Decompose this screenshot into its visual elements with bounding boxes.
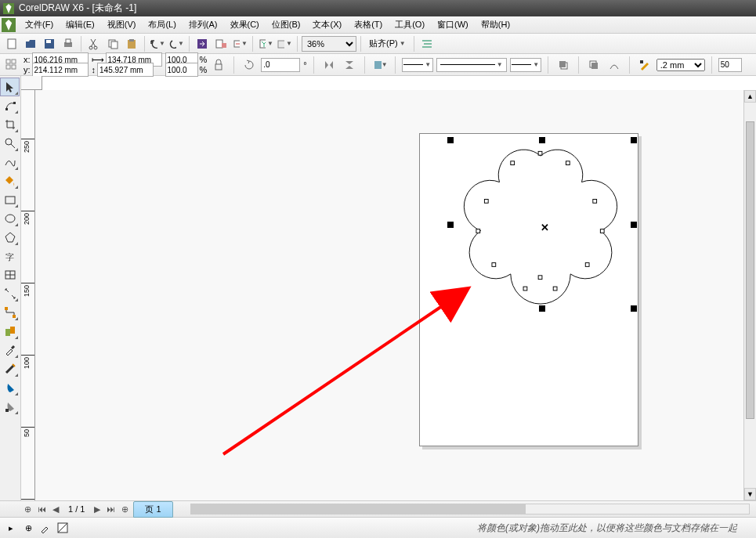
snap-button[interactable]: 贴齐(P)▼ (365, 35, 410, 52)
menu-table[interactable]: 表格(T) (348, 16, 389, 33)
text-tool[interactable]: 字 (0, 247, 20, 265)
outline-width-select[interactable]: .2 mm (657, 59, 705, 71)
menu-bitmap[interactable]: 位图(B) (266, 16, 307, 33)
import-button[interactable] (194, 35, 211, 52)
menu-arrange[interactable]: 排列(A) (183, 16, 224, 33)
handle-sw[interactable] (447, 305, 454, 312)
new-button[interactable] (3, 35, 20, 52)
menu-help[interactable]: 帮助(H) (475, 16, 516, 33)
smart-fill-tool[interactable] (0, 172, 20, 190)
svg-rect-44 (585, 263, 589, 267)
to-front-button[interactable] (555, 56, 572, 74)
menu-edit[interactable]: 编辑(E) (60, 16, 101, 33)
handle-w[interactable] (447, 222, 454, 228)
cut-button[interactable] (85, 35, 103, 52)
mirror-v-button[interactable] (341, 56, 358, 74)
percent-label: % (200, 65, 208, 74)
status-plus-button[interactable]: ⊕ (20, 520, 36, 536)
export-button[interactable] (212, 35, 230, 52)
rectangle-tool[interactable] (0, 190, 20, 209)
hscroll-thumb[interactable] (191, 504, 526, 514)
page-first-button[interactable]: ⏮ (34, 504, 49, 514)
scroll-thumb[interactable] (746, 121, 754, 419)
vertical-scrollbar[interactable]: ▲ ▼ (743, 90, 756, 500)
handle-nw[interactable] (447, 137, 454, 143)
line-start-combo[interactable]: ▼ (402, 58, 433, 72)
mirror-h-button[interactable] (320, 56, 338, 74)
publish-button[interactable]: ▼ (231, 35, 248, 52)
menu-window[interactable]: 窗口(W) (431, 16, 475, 33)
svg-rect-35 (5, 307, 8, 310)
y-label: y: (24, 65, 31, 74)
status-play-button[interactable]: ▸ (3, 520, 19, 536)
page-last-button[interactable]: ⏭ (103, 504, 118, 514)
ellipse-tool[interactable] (0, 209, 20, 228)
ruler-corner[interactable] (21, 76, 42, 90)
interactive-tool[interactable] (0, 322, 20, 341)
fill-tool[interactable] (0, 378, 20, 397)
open-button[interactable] (22, 35, 39, 52)
outline-tool[interactable] (0, 359, 20, 378)
welcome-button[interactable]: ▼ (276, 35, 293, 52)
to-back-button[interactable] (585, 56, 602, 74)
canvas[interactable]: ✕ ▲ ▼ (35, 90, 756, 500)
line-style-combo[interactable]: ▼ (436, 58, 507, 72)
scroll-up-button[interactable]: ▲ (744, 90, 756, 103)
page-tab[interactable]: 页 1 (133, 501, 172, 518)
copy-button[interactable] (104, 35, 121, 52)
status-eyedropper-button[interactable] (38, 520, 53, 536)
crop-tool[interactable] (0, 115, 20, 134)
eyedropper-tool[interactable] (0, 341, 20, 359)
save-button[interactable] (41, 35, 58, 52)
polygon-tool[interactable] (0, 228, 20, 247)
print-button[interactable] (60, 35, 77, 52)
menu-effects[interactable]: 效果(C) (224, 16, 266, 33)
page-prev-button[interactable]: ◀ (49, 504, 62, 515)
handle-se[interactable] (631, 305, 637, 312)
page-next-button[interactable]: ▶ (91, 504, 103, 515)
interactive-fill-tool[interactable] (0, 397, 20, 416)
connector-tool[interactable] (0, 303, 20, 322)
svg-rect-41 (566, 161, 570, 165)
undo-button[interactable]: ▼ (149, 35, 166, 52)
scale-y-input[interactable] (165, 63, 198, 77)
scroll-down-button[interactable]: ▼ (744, 488, 756, 500)
menu-text[interactable]: 文本(X) (306, 16, 348, 33)
lock-ratio-button[interactable] (210, 56, 227, 74)
menu-tools[interactable]: 工具(O) (389, 16, 431, 33)
handle-e[interactable] (631, 222, 637, 228)
options-button[interactable] (418, 35, 436, 52)
page-add-button[interactable]: ⊕ (21, 504, 34, 515)
menu-view[interactable]: 视图(V) (101, 16, 143, 33)
zoom-tool[interactable] (0, 134, 20, 153)
redo-button[interactable]: ▼ (168, 35, 185, 52)
horizontal-scrollbar[interactable] (190, 504, 750, 515)
shape-tool[interactable] (0, 96, 20, 115)
freehand-tool[interactable] (0, 153, 20, 172)
page-add2-button[interactable]: ⊕ (118, 504, 132, 515)
svg-rect-48 (492, 263, 496, 267)
zoom-select[interactable]: 36% (302, 36, 356, 52)
rotation-input[interactable] (261, 58, 300, 72)
svg-rect-37 (5, 329, 10, 336)
paste-button[interactable] (123, 35, 140, 52)
pick-tool[interactable] (0, 78, 20, 96)
menu-layout[interactable]: 布局(L) (142, 16, 182, 33)
handle-ne[interactable] (631, 137, 637, 143)
spinner-input[interactable] (718, 58, 742, 72)
handle-s[interactable] (539, 305, 545, 312)
ruler-vertical[interactable]: 300250200150100500 (21, 90, 35, 500)
convert-curves-button[interactable] (606, 56, 623, 74)
menu-file[interactable]: 文件(F) (19, 16, 60, 33)
handle-n[interactable] (539, 137, 545, 143)
app-launcher-button[interactable]: ▼ (257, 35, 274, 52)
line-end-combo[interactable]: ▼ (510, 58, 541, 72)
svg-rect-31 (5, 197, 15, 204)
y-input[interactable] (32, 63, 89, 77)
dimension-tool[interactable] (0, 284, 20, 303)
table-tool[interactable] (0, 265, 20, 284)
wrap-button[interactable]: ▼ (371, 56, 389, 74)
status-none-button[interactable] (55, 520, 71, 536)
height-input[interactable] (97, 63, 154, 77)
svg-point-30 (5, 139, 12, 145)
